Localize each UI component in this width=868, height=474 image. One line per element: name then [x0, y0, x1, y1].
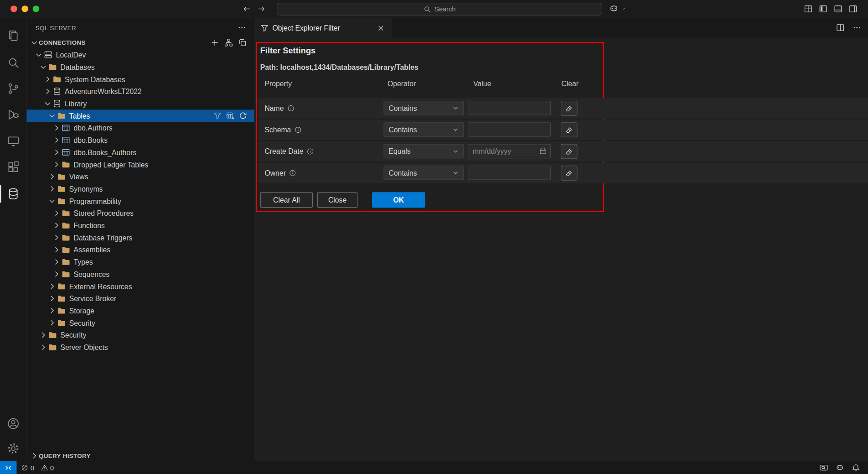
connection-groups-icon[interactable]	[224, 38, 233, 47]
activity-item-accounts[interactable]	[0, 412, 26, 435]
tree-item-tables[interactable]: Tables	[26, 109, 254, 122]
problems-indicator[interactable]: 0 0	[21, 464, 54, 472]
accounts-icon	[7, 417, 20, 430]
tree-item-system-databases[interactable]: System Databases	[26, 73, 254, 85]
connections-section-header[interactable]: CONNECTIONS	[26, 36, 254, 49]
close-button[interactable]: Close	[317, 192, 358, 208]
eraser-icon	[565, 147, 573, 155]
tree-item-dbo-books-authors[interactable]: dbo.Books_Authors	[26, 146, 254, 158]
tree-item-database-triggers[interactable]: Database Triggers	[26, 231, 254, 244]
refresh-icon[interactable]	[238, 111, 247, 120]
value-input[interactable]	[468, 122, 551, 137]
activity-item-search[interactable]	[0, 52, 26, 74]
more-actions-icon[interactable]	[238, 23, 246, 31]
filter-icon[interactable]	[213, 111, 222, 120]
tree-item-types[interactable]: Types	[26, 256, 254, 268]
chevron-down-icon	[452, 104, 459, 111]
add-connection-icon[interactable]	[210, 38, 219, 47]
clear-row-button[interactable]	[561, 144, 577, 159]
bell-icon[interactable]	[852, 463, 860, 472]
property-cell: Create Date	[264, 141, 314, 162]
tree-item-label: Sequences	[74, 270, 110, 278]
tree-item-storage[interactable]: Storage	[26, 305, 254, 317]
search-input[interactable]: Search	[277, 3, 602, 16]
tree-item-functions[interactable]: Functions	[26, 219, 254, 232]
close-tab-icon[interactable]	[377, 24, 385, 32]
forward-icon[interactable]	[257, 5, 265, 13]
activity-item-explorer[interactable]	[0, 25, 26, 47]
calendar-icon[interactable]	[539, 147, 547, 155]
operator-select[interactable]: Contains	[384, 122, 464, 137]
activity-item-sql-server[interactable]	[0, 183, 26, 205]
tree-item-sequences[interactable]: Sequences	[26, 268, 254, 280]
tree-item-server-objects[interactable]: Server Objects	[26, 341, 254, 354]
query-history-section-header[interactable]: QUERY HISTORY	[26, 450, 254, 461]
tree-item-security[interactable]: Security	[26, 317, 254, 329]
tree-item-localdev[interactable]: LocalDev	[26, 49, 254, 61]
info-icon[interactable]	[287, 104, 294, 112]
tree-item-databases[interactable]: Databases	[26, 61, 254, 73]
value-input[interactable]	[468, 101, 551, 115]
tree-item-views[interactable]: Views	[26, 171, 254, 183]
tree-item-dbo-books[interactable]: dbo.Books	[26, 134, 254, 146]
customize-layout-icon[interactable]	[804, 5, 812, 13]
sql-server-icon	[7, 187, 20, 200]
tree-item-external-resources[interactable]: External Resources	[26, 280, 254, 292]
tree-item-adventureworkslt2022[interactable]: AdventureWorksLT2022	[26, 85, 254, 98]
operator-select[interactable]: Equals	[384, 144, 464, 159]
info-icon[interactable]	[307, 148, 314, 155]
tree-item-stored-procedures[interactable]: Stored Procedures	[26, 207, 254, 219]
copilot-icon[interactable]	[835, 463, 844, 472]
clear-all-button[interactable]: Clear All	[260, 192, 313, 208]
filter-row-schema: SchemaContains	[258, 120, 868, 140]
tree-item-label: dbo.Books	[74, 136, 108, 144]
tree-item-dropped-ledger-tables[interactable]: Dropped Ledger Tables	[26, 158, 254, 171]
filter-row-owner: OwnerContains	[258, 163, 868, 183]
clear-row-button[interactable]	[561, 101, 577, 116]
value-input[interactable]	[468, 166, 551, 180]
value-date-input[interactable]: mm/dd/yyyy	[468, 144, 551, 159]
tree-item-programmability[interactable]: Programmability	[26, 195, 254, 207]
tree-item-synonyms[interactable]: Synonyms	[26, 183, 254, 195]
info-icon[interactable]	[289, 169, 296, 177]
operator-select[interactable]: Contains	[384, 166, 464, 180]
clear-row-button[interactable]	[561, 122, 577, 137]
new-table-icon[interactable]	[226, 111, 234, 120]
tab-object-explorer-filter[interactable]: Object Explorer Filter	[255, 18, 392, 37]
panel-left-icon[interactable]	[819, 5, 827, 13]
ok-button[interactable]: OK	[372, 192, 425, 208]
date-placeholder: mm/dd/yyyy	[473, 147, 539, 155]
copilot-menu[interactable]	[609, 4, 626, 14]
info-icon[interactable]	[294, 126, 302, 134]
activity-item-settings[interactable]	[0, 438, 26, 460]
tree-item-dbo-authors[interactable]: dbo.Authors	[26, 122, 254, 134]
tree-item-service-broker[interactable]: Service Broker	[26, 292, 254, 305]
property-cell: Schema	[264, 120, 301, 140]
tree-item-label: dbo.Books_Authors	[74, 148, 137, 156]
screen-zoom-icon[interactable]	[819, 463, 828, 472]
tree-item-assemblies[interactable]: Assemblies	[26, 244, 254, 256]
activity-item-remote-explorer[interactable]	[0, 130, 26, 152]
split-editor-icon[interactable]	[836, 23, 845, 32]
minimize-window-button[interactable]	[21, 5, 28, 12]
close-window-button[interactable]	[10, 5, 17, 12]
tree-item-library[interactable]: Library	[26, 98, 254, 110]
back-icon[interactable]	[243, 5, 251, 13]
panel-bottom-icon[interactable]	[834, 5, 842, 13]
activity-item-source-control[interactable]	[0, 78, 26, 100]
remote-indicator[interactable]	[0, 461, 16, 474]
tree-item-security[interactable]: Security	[26, 329, 254, 341]
filter-row-name: NameContains	[258, 98, 868, 119]
zoom-window-button[interactable]	[33, 5, 40, 12]
database-icon	[52, 87, 61, 96]
operator-value: Equals	[388, 147, 452, 155]
operator-select[interactable]: Contains	[384, 101, 464, 115]
error-count: 0	[31, 464, 34, 472]
activity-item-extensions[interactable]	[0, 156, 26, 178]
clear-row-button[interactable]	[561, 166, 577, 181]
activity-item-run-debug[interactable]	[0, 104, 26, 126]
panel-right-icon[interactable]	[849, 5, 858, 13]
new-connection-group-icon[interactable]	[238, 38, 247, 47]
connections-tree: LocalDevDatabasesSystem DatabasesAdventu…	[26, 49, 254, 354]
editor-more-actions-icon[interactable]	[852, 23, 861, 32]
